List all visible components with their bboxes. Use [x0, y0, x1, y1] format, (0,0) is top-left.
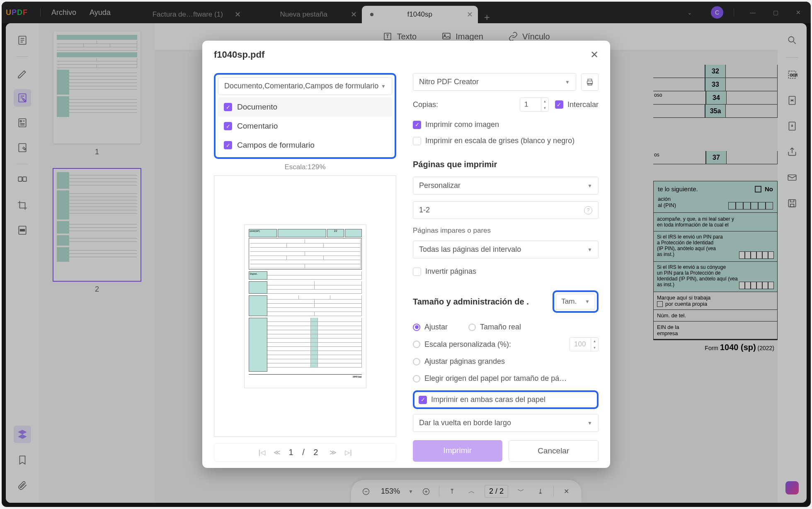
- printer-select[interactable]: Nitro PDF Creator ▼: [413, 73, 576, 91]
- modal-close-button[interactable]: ✕: [590, 49, 599, 61]
- chevron-down-icon: ▼: [565, 79, 570, 85]
- odd-even-select[interactable]: Todas las páginas del intervalo ▼: [413, 241, 599, 258]
- flip-edge-select[interactable]: Dar la vuelta en borde largo ▼: [413, 414, 599, 432]
- select-value: Personalizar: [419, 181, 461, 190]
- copies-label: Copias:: [413, 100, 514, 109]
- modal-title: f1040sp.pdf: [214, 49, 264, 60]
- copies-input[interactable]: 1 ▲▼: [520, 97, 549, 112]
- checkbox-grayscale[interactable]: [413, 137, 421, 145]
- checkbox-invert[interactable]: [413, 268, 421, 276]
- help-icon[interactable]: ?: [584, 206, 592, 214]
- custom-scale-label: Escala personalizada (%):: [424, 340, 511, 349]
- option-documento[interactable]: ✓ Documento: [218, 97, 392, 117]
- pages-heading: Páginas que imprimir: [413, 160, 599, 169]
- checkbox-icon: ✓: [224, 103, 232, 111]
- intercalar-label: Intercalar: [567, 100, 599, 109]
- last-page-icon[interactable]: ▷|: [345, 448, 351, 456]
- fit-large-label: Ajustar páginas grandes: [424, 357, 505, 366]
- checkbox-print-image[interactable]: ✓: [413, 121, 421, 129]
- chevron-down-icon: ▼: [585, 299, 590, 304]
- print-button[interactable]: Imprimir: [413, 440, 502, 462]
- option-label: Documento: [237, 102, 277, 112]
- print-preview: 1040(SP) 22: [214, 175, 396, 437]
- checkbox-icon: ✓: [224, 122, 232, 130]
- preview-page: 1040(SP) 22: [244, 224, 366, 388]
- printer-settings-button[interactable]: [581, 73, 599, 91]
- both-sides-label: Imprimir en ambas caras del papel: [431, 395, 545, 404]
- option-campos[interactable]: ✓ Campos de formulario: [218, 136, 392, 155]
- chevron-down-icon: ▼: [587, 420, 592, 426]
- next-page-icon[interactable]: ≫: [330, 448, 337, 456]
- size-select[interactable]: Tam. ▼: [556, 294, 595, 309]
- content-dropdown[interactable]: Documento,Comentario,Campos de formulari…: [218, 77, 392, 95]
- dropdown-value: Documento,Comentario,Campos de formulari…: [224, 82, 378, 90]
- select-value: Dar la vuelta en borde largo: [419, 419, 511, 427]
- checkbox-icon: ✓: [224, 141, 232, 149]
- option-label: Comentario: [237, 122, 278, 131]
- scale-input[interactable]: 100 ▲▼: [570, 337, 599, 351]
- radio-paper-source[interactable]: [413, 375, 420, 382]
- radio-fit[interactable]: [413, 324, 420, 331]
- cancel-button[interactable]: Cancelar: [509, 440, 599, 462]
- spinner-down-icon[interactable]: ▼: [591, 344, 598, 351]
- spinner-up-icon[interactable]: ▲: [591, 338, 598, 344]
- pages-mode-select[interactable]: Personalizar ▼: [413, 177, 599, 195]
- page-range-input[interactable]: 1-2 ?: [413, 201, 599, 219]
- page-display: 1 / 2: [289, 448, 322, 457]
- option-comentario[interactable]: ✓ Comentario: [218, 117, 392, 136]
- spinner-down-icon[interactable]: ▼: [541, 105, 548, 111]
- invert-label: Invertir páginas: [425, 267, 476, 276]
- chevron-down-icon: ▼: [587, 183, 592, 189]
- size-heading: Tamaño y administración de .: [413, 297, 529, 307]
- spinner-up-icon[interactable]: ▲: [541, 98, 548, 105]
- radio-actual[interactable]: [468, 324, 476, 331]
- print-dialog: f1040sp.pdf ✕ Documento,Comentario,Campo…: [202, 41, 610, 468]
- first-page-icon[interactable]: |◁: [258, 448, 265, 456]
- radio-custom-scale[interactable]: [413, 341, 420, 348]
- printer-name: Nitro PDF Creator: [419, 78, 479, 86]
- option-label: Campos de formulario: [237, 141, 315, 150]
- chevron-down-icon: ▼: [381, 83, 386, 89]
- checkbox-both-sides[interactable]: ✓: [419, 396, 427, 404]
- chevron-down-icon: ▼: [587, 247, 592, 253]
- odd-even-label: Páginas impares o pares: [413, 226, 599, 235]
- fit-label: Ajustar: [424, 323, 448, 331]
- input-value: 1-2: [419, 206, 430, 214]
- preview-page-nav: |◁ ≪ 1 / 2 ≫ ▷|: [214, 443, 396, 462]
- actual-label: Tamaño real: [480, 323, 521, 331]
- modal-overlay: f1040sp.pdf ✕ Documento,Comentario,Campo…: [2, 2, 811, 507]
- paper-source-label: Elegir origen del papel por tamaño de pá…: [424, 374, 567, 383]
- print-image-label: Imprimir como imagen: [425, 120, 499, 129]
- select-value: Tam.: [561, 297, 577, 306]
- prev-page-icon[interactable]: ≪: [274, 448, 281, 456]
- grayscale-label: Imprimir en escala de grises (blanco y n…: [425, 136, 574, 145]
- radio-fit-large[interactable]: [413, 358, 420, 365]
- select-value: Todas las páginas del intervalo: [419, 245, 521, 254]
- scale-label: Escala:129%: [214, 163, 396, 171]
- checkbox-intercalar[interactable]: ✓: [555, 100, 563, 109]
